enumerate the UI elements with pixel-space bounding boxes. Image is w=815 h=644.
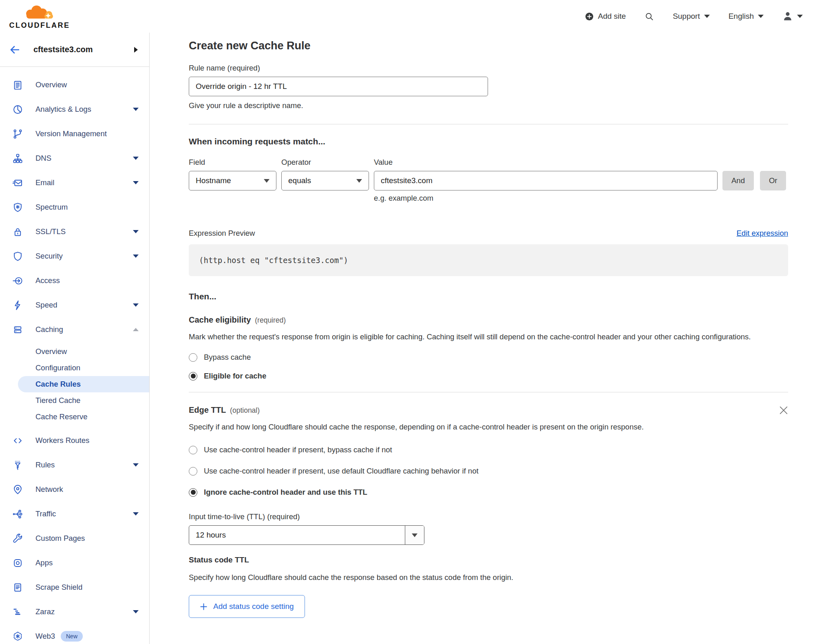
sidebar-item-spectrum[interactable]: Spectrum <box>0 195 149 219</box>
ttl-select-arrow-button[interactable] <box>405 526 424 544</box>
subnav-item-cache-rules[interactable]: Cache Rules <box>18 376 149 392</box>
account-menu[interactable] <box>782 11 803 22</box>
close-icon[interactable] <box>779 406 788 415</box>
radio-cache-control-bypass[interactable]: Use cache-control header if present, byp… <box>189 445 788 454</box>
user-icon <box>782 11 793 22</box>
sidebar-item-ssl-tls[interactable]: SSL/TLS <box>0 219 149 244</box>
shield-asterisk-icon <box>12 202 23 213</box>
edge-ttl-description: Specify if and how long Cloudflare shoul… <box>189 420 682 433</box>
match-heading: When incoming requests match... <box>189 137 788 146</box>
cache-eligibility-description: Mark whether the request's response from… <box>189 330 788 343</box>
match-row: Field Hostname Operator equals Value e.g… <box>189 158 788 203</box>
back-arrow-icon[interactable] <box>9 44 21 56</box>
then-heading: Then... <box>189 292 788 301</box>
sidebar-item-analytics-logs[interactable]: Analytics & Logs <box>0 97 149 122</box>
chevron-down-icon <box>133 230 139 233</box>
add-status-code-button[interactable]: Add status code setting <box>189 595 305 618</box>
sidebar-item-speed[interactable]: Speed <box>0 293 149 317</box>
radio-bypass-cache[interactable]: Bypass cache <box>189 353 788 362</box>
operator-select[interactable]: equals <box>281 171 369 190</box>
sidebar-item-dns[interactable]: DNS <box>0 146 149 170</box>
add-site-plus-icon <box>585 12 594 21</box>
radio-checked-icon <box>189 372 197 381</box>
top-bar: CLOUDFLARE Add site Support English <box>0 0 815 33</box>
sidebar-item-overview[interactable]: Overview <box>0 73 149 97</box>
sidebar-item-access[interactable]: Access <box>0 268 149 293</box>
radio-icon <box>189 467 197 476</box>
chevron-down-icon <box>133 303 139 307</box>
add-site-button[interactable]: Add site <box>585 12 626 21</box>
sidebar-item-workers-routes[interactable]: Workers Routes <box>0 428 149 453</box>
operator-select-value: equals <box>288 176 311 185</box>
language-menu[interactable]: English <box>729 12 764 21</box>
chevron-down-icon <box>133 255 139 258</box>
field-select[interactable]: Hostname <box>189 171 276 190</box>
page-title: Create new Cache Rule <box>189 39 788 52</box>
status-code-ttl-description: Specify how long Cloudflare should cache… <box>189 571 788 584</box>
and-or-buttons: And Or <box>722 158 786 203</box>
map-pin-icon <box>12 484 23 495</box>
code-brackets-icon <box>12 435 23 446</box>
main-content: Create new Cache Rule Rule name (require… <box>150 33 815 644</box>
sidebar-item-version-management[interactable]: Version Management <box>0 122 149 146</box>
subnav-item-configuration[interactable]: Configuration <box>0 360 149 376</box>
search-button[interactable] <box>645 12 654 21</box>
sidebar-item-zaraz[interactable]: Zaraz <box>0 600 149 624</box>
shield-icon <box>12 251 23 262</box>
sidebar-item-scrape-shield[interactable]: Scrape Shield <box>0 575 149 600</box>
chevron-down-icon <box>133 512 139 516</box>
sidebar-item-apps[interactable]: Apps <box>0 551 149 575</box>
section-divider <box>189 124 788 124</box>
sidebar-item-security[interactable]: Security <box>0 244 149 268</box>
edit-expression-link[interactable]: Edit expression <box>737 229 788 238</box>
radio-eligible-for-cache[interactable]: Eligible for cache <box>189 372 788 381</box>
sidebar-item-caching[interactable]: Caching <box>0 317 149 342</box>
rule-name-input[interactable] <box>189 77 488 96</box>
clipboard-icon <box>12 80 23 91</box>
subnav-item-tiered-cache[interactable]: Tiered Cache <box>0 392 149 409</box>
site-header: cftestsite3.com <box>0 33 149 67</box>
sidebar-item-network[interactable]: Network <box>0 477 149 502</box>
ttl-select[interactable]: 12 hours <box>189 525 424 545</box>
subnav-item-cache-reserve[interactable]: Cache Reserve <box>0 409 149 425</box>
value-label: Value <box>374 158 718 167</box>
ttl-input-label: Input time-to-live (TTL) (required) <box>189 512 788 521</box>
pie-chart-icon <box>12 104 23 115</box>
search-icon <box>645 12 654 21</box>
app-squircle-icon <box>12 558 23 569</box>
wrench-icon <box>12 533 23 544</box>
envelope-icon <box>12 177 23 188</box>
optional-tag: (optional) <box>230 406 260 414</box>
cloudflare-wordmark: CLOUDFLARE <box>9 21 70 30</box>
chevron-down-icon <box>133 157 139 160</box>
radio-ignore-cache-control[interactable]: Ignore cache-control header and use this… <box>189 488 788 497</box>
value-help: e.g. example.com <box>374 194 718 203</box>
and-button[interactable]: And <box>722 171 754 190</box>
sidebar-item-custom-pages[interactable]: Custom Pages <box>0 526 149 551</box>
sidebar-item-traffic[interactable]: Traffic <box>0 502 149 526</box>
new-badge: New <box>61 631 83 642</box>
sitemap-icon <box>12 153 23 164</box>
branch-icon <box>12 128 23 139</box>
chevron-down-icon <box>133 610 139 613</box>
support-menu[interactable]: Support <box>673 12 710 21</box>
web3-snowflake-icon <box>12 631 23 642</box>
rule-name-label: Rule name (required) <box>189 64 788 73</box>
sidebar-item-web3[interactable]: Web3 New <box>0 624 149 644</box>
section-divider <box>189 392 788 392</box>
site-switcher-caret-icon[interactable] <box>134 47 138 53</box>
sidebar: cftestsite3.com Overview Analytics & Log… <box>0 33 150 644</box>
or-button[interactable]: Or <box>760 171 786 190</box>
sidebar-item-rules[interactable]: Rules <box>0 453 149 477</box>
sidebar-item-email[interactable]: Email <box>0 170 149 195</box>
match-value-input[interactable] <box>374 171 718 190</box>
radio-cache-control-default[interactable]: Use cache-control header if present, use… <box>189 467 788 476</box>
edge-ttl-heading: Edge TTL(optional) <box>189 405 260 415</box>
required-tag: (required) <box>255 316 286 324</box>
subnav-item-overview[interactable]: Overview <box>0 343 149 360</box>
cloudflare-logo[interactable]: CLOUDFLARE <box>7 3 72 30</box>
field-label: Field <box>189 158 276 167</box>
lightning-icon <box>12 300 23 311</box>
stacked-bars-icon <box>12 606 23 617</box>
share-nodes-icon <box>12 509 23 520</box>
